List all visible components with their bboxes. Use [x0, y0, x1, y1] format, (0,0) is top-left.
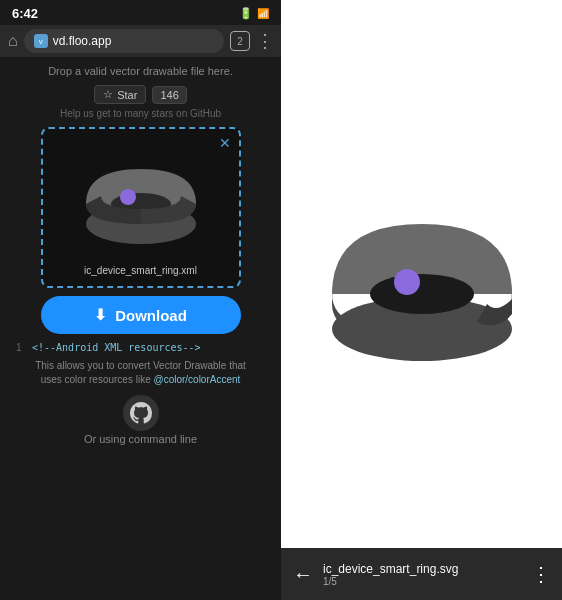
star-label: Star — [117, 89, 137, 101]
ring-svg-large — [312, 174, 532, 374]
line-number: 1 — [16, 342, 26, 353]
file-info: ic_device_smart_ring.svg 1/5 — [323, 562, 521, 587]
main-content: Drop a valid vector drawable file here. … — [0, 57, 281, 600]
file-name-card: ic_device_smart_ring.xml — [84, 265, 197, 276]
ring-svg-small — [76, 149, 206, 259]
file-name-bottom: ic_device_smart_ring.svg — [323, 562, 521, 576]
svg-point-3 — [120, 189, 136, 205]
file-page: 1/5 — [323, 576, 521, 587]
status-icons: 🔋 📶 — [239, 7, 269, 20]
status-bar: 6:42 🔋 📶 — [0, 0, 281, 25]
browser-bar: ⌂ v vd.floo.app 2 ⋮ — [0, 25, 281, 57]
favicon: v — [34, 34, 48, 48]
star-icon: ☆ — [103, 88, 113, 101]
home-icon[interactable]: ⌂ — [8, 32, 18, 50]
star-row: ☆ Star 146 — [94, 85, 187, 104]
svg-viewer — [281, 0, 562, 548]
browser-menu-icon[interactable]: ⋮ — [256, 30, 273, 52]
download-icon: ⬇ — [94, 306, 107, 324]
right-bottom-bar: ← ic_device_smart_ring.svg 1/5 ⋮ — [281, 548, 562, 600]
download-button[interactable]: ⬇ Download — [41, 296, 241, 334]
convert-text: This allows you to convert Vector Drawab… — [12, 359, 269, 387]
github-link[interactable] — [123, 395, 159, 431]
url-bar[interactable]: v vd.floo.app — [24, 29, 224, 53]
back-button[interactable]: ← — [293, 563, 313, 586]
svg-point-5 — [370, 274, 474, 314]
battery-icon: 🔋 — [239, 7, 253, 20]
tab-count[interactable]: 2 — [230, 31, 250, 51]
drop-text: Drop a valid vector drawable file here. — [48, 65, 233, 77]
more-button[interactable]: ⋮ — [531, 562, 550, 586]
code-comment: <!--Android XML resources--> — [32, 342, 201, 353]
left-panel: 6:42 🔋 📶 ⌂ v vd.floo.app 2 ⋮ Drop a vali… — [0, 0, 281, 600]
close-button[interactable]: ✕ — [219, 135, 231, 151]
right-panel: ← ic_device_smart_ring.svg 1/5 ⋮ — [281, 0, 562, 600]
star-button[interactable]: ☆ Star — [94, 85, 146, 104]
signal-icon: 📶 — [257, 8, 269, 19]
svg-preview-card: ✕ ic_device_smart_ring.xml — [41, 127, 241, 288]
svg-point-6 — [394, 269, 420, 295]
cmd-text: Or using command line — [84, 433, 197, 445]
url-text: vd.floo.app — [53, 34, 112, 48]
code-line: 1 <!--Android XML resources--> — [12, 342, 269, 353]
github-icon — [123, 395, 159, 431]
status-time: 6:42 — [12, 6, 38, 21]
help-text: Help us get to many stars on GitHub — [60, 108, 221, 119]
download-label: Download — [115, 307, 187, 324]
color-accent-ref: @color/colorAccent — [153, 374, 240, 385]
star-count: 146 — [152, 86, 186, 104]
